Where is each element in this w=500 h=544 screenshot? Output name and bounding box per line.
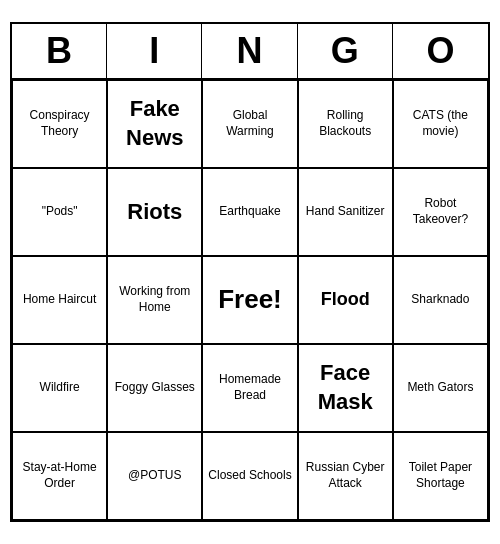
bingo-cell-22: Closed Schools [202,432,297,520]
bingo-grid: Conspiracy TheoryFake NewsGlobal Warming… [12,80,488,520]
bingo-cell-20: Stay-at-Home Order [12,432,107,520]
bingo-cell-4: CATS (the movie) [393,80,488,168]
bingo-letter-o: O [393,24,488,78]
bingo-cell-6: Riots [107,168,202,256]
bingo-cell-23: Russian Cyber Attack [298,432,393,520]
bingo-cell-24: Toilet Paper Shortage [393,432,488,520]
bingo-cell-16: Foggy Glasses [107,344,202,432]
bingo-cell-3: Rolling Blackouts [298,80,393,168]
bingo-cell-18: Face Mask [298,344,393,432]
bingo-cell-12: Free! [202,256,297,344]
bingo-cell-21: @POTUS [107,432,202,520]
bingo-header: BINGO [12,24,488,80]
bingo-cell-2: Global Warming [202,80,297,168]
bingo-cell-10: Home Haircut [12,256,107,344]
bingo-letter-n: N [202,24,297,78]
bingo-letter-b: B [12,24,107,78]
bingo-cell-7: Earthquake [202,168,297,256]
bingo-cell-1: Fake News [107,80,202,168]
bingo-cell-15: Wildfire [12,344,107,432]
bingo-cell-11: Working from Home [107,256,202,344]
bingo-cell-19: Meth Gators [393,344,488,432]
bingo-letter-g: G [298,24,393,78]
bingo-cell-14: Sharknado [393,256,488,344]
bingo-letter-i: I [107,24,202,78]
bingo-cell-17: Homemade Bread [202,344,297,432]
bingo-card: BINGO Conspiracy TheoryFake NewsGlobal W… [10,22,490,522]
bingo-cell-8: Hand Sanitizer [298,168,393,256]
bingo-cell-0: Conspiracy Theory [12,80,107,168]
bingo-cell-9: Robot Takeover? [393,168,488,256]
bingo-cell-13: Flood [298,256,393,344]
bingo-cell-5: "Pods" [12,168,107,256]
